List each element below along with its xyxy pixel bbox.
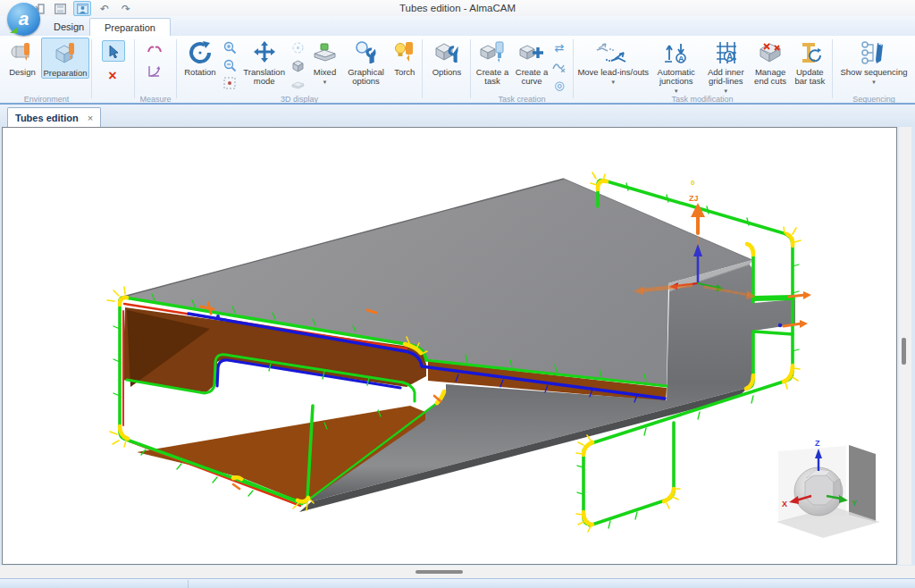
zero-marker-label: 0 <box>691 179 695 187</box>
ribbon-tab-row: Design Preparation <box>0 16 915 36</box>
mixed-display-icon <box>313 39 338 66</box>
translation-mode-button[interactable]: Translation mode <box>239 38 290 86</box>
preparation-environment-button[interactable]: Preparation <box>41 38 89 79</box>
sequencing-icon <box>860 39 888 66</box>
sequencing-dropdown-icon[interactable]: ▼ <box>871 78 877 87</box>
zj-marker-label: ZJ <box>689 194 699 203</box>
automatic-junctions-button[interactable]: A Automatic junctions▼ <box>651 38 701 96</box>
orbit-view-icon[interactable] <box>290 40 306 55</box>
create-task-button[interactable]: Create a task <box>473 38 512 86</box>
title-bar: Tubes edition - AlmaCAM <box>0 0 915 16</box>
quick-access-toolbar: ↶ ↷ <box>30 1 134 16</box>
curve-function-icon[interactable] <box>551 59 567 74</box>
document-tab-tubes-edition[interactable]: Tubes edition × <box>7 107 101 128</box>
automatic-junctions-icon: A <box>663 39 690 66</box>
group-label-sequencing: Sequencing <box>835 95 913 104</box>
options-button[interactable]: Options <box>425 38 468 77</box>
tube-solid <box>120 179 795 512</box>
move-lead-ins-outs-button[interactable]: Move lead-ins/outs ▼ <box>575 38 651 87</box>
group-task-modification: Move lead-ins/outs ▼ A Automatic junctio… <box>575 38 829 93</box>
end-cuts-icon <box>757 39 784 66</box>
graphical-options-button[interactable]: Graphical options <box>344 38 389 86</box>
grid-lines-icon: A <box>713 39 738 66</box>
group-task-creation: Create a task Create a curve ⇄ ◎ Task cr… <box>473 38 571 93</box>
undo-icon[interactable]: ↶ <box>97 2 113 15</box>
save-icon[interactable] <box>52 2 68 15</box>
group-sequencing: Show sequencing ▼ Sequencing <box>835 38 913 93</box>
add-inner-grid-lines-button[interactable]: A Add inner grid-lines▼ <box>701 38 751 96</box>
group-3d-display: Rotation Translation mode <box>178 38 421 93</box>
manage-end-cuts-button[interactable]: Manage end cuts <box>750 38 790 86</box>
zoom-fit-icon[interactable] <box>222 76 239 91</box>
group-selection: × <box>95 38 132 93</box>
group-measure: Measure <box>136 38 175 93</box>
ribbon: Design Preparation Environment × <box>0 36 915 105</box>
vertical-scrollbar[interactable] <box>899 127 911 565</box>
measure-angle-icon[interactable] <box>147 63 163 78</box>
z-axis-label: Z <box>815 439 820 448</box>
orientation-cube[interactable]: Z X Y <box>776 439 880 538</box>
move-lead-ins-icon <box>595 39 631 66</box>
group-label-environment: Environment <box>4 95 89 104</box>
svg-text:A: A <box>726 52 733 62</box>
zoom-in-icon[interactable] <box>222 40 239 55</box>
update-bar-icon <box>797 39 822 66</box>
torch-icon <box>393 39 416 66</box>
mixed-button[interactable]: Mixed ▼ <box>306 38 343 87</box>
3d-viewport[interactable]: ZJ 0 Z X Y <box>2 127 897 565</box>
group-options: Options <box>425 38 468 93</box>
rotation-icon <box>187 39 214 66</box>
preparation-environment-icon <box>52 40 79 67</box>
reverse-direction-icon[interactable]: ⇄ <box>551 40 567 55</box>
update-bar-task-button[interactable]: Update bar task <box>791 38 829 86</box>
almacam-logo[interactable]: a <box>7 3 40 36</box>
delete-icon[interactable]: × <box>102 67 123 85</box>
design-environment-button[interactable]: Design <box>4 38 41 77</box>
move-lead-ins-dropdown-icon[interactable]: ▼ <box>610 78 616 87</box>
create-curve-button[interactable]: Create a curve <box>512 38 551 86</box>
group-label-3d-display: 3D display <box>178 95 421 104</box>
zoom-out-icon[interactable] <box>222 58 239 73</box>
concentric-circles-icon[interactable]: ◎ <box>551 78 567 93</box>
tab-preparation[interactable]: Preparation <box>89 18 171 37</box>
document-tab-strip: Tubes edition × <box>0 105 915 127</box>
horizontal-scrollbar[interactable] <box>0 566 915 578</box>
user-card-icon[interactable] <box>73 1 91 16</box>
y-axis-label: Y <box>852 499 857 508</box>
rotation-button[interactable]: Rotation <box>178 38 222 77</box>
group-label-task-modification: Task modification <box>575 95 829 104</box>
tube-model-svg: ZJ 0 Z X Y <box>3 128 896 564</box>
x-axis-label: X <box>782 500 787 508</box>
create-curve-icon <box>518 39 545 66</box>
redo-icon[interactable]: ↷ <box>118 2 134 15</box>
show-sequencing-button[interactable]: Show sequencing ▼ <box>835 38 913 87</box>
mixed-dropdown-icon[interactable]: ▼ <box>323 78 328 87</box>
close-icon[interactable]: × <box>88 113 93 123</box>
graphical-options-icon <box>354 39 379 66</box>
measure-distance-icon[interactable] <box>147 40 163 55</box>
cube-view-icon[interactable] <box>290 58 306 73</box>
group-label-task-creation: Task creation <box>473 95 571 104</box>
flat-view-icon[interactable] <box>290 76 306 91</box>
group-environment: Design Preparation Environment <box>4 38 89 93</box>
pointer-icon[interactable] <box>102 40 125 62</box>
torch-button[interactable]: Torch <box>389 38 422 77</box>
horizontal-scrollbar-thumb[interactable] <box>416 570 463 574</box>
group-label-measure: Measure <box>136 95 175 104</box>
window-title: Tubes edition - AlmaCAM <box>399 3 516 13</box>
translation-icon <box>251 39 278 66</box>
document-tab-label: Tubes edition <box>15 113 79 123</box>
svg-text:A: A <box>678 55 684 63</box>
options-icon <box>433 39 460 66</box>
create-task-icon <box>479 39 506 66</box>
vertical-scrollbar-thumb[interactable] <box>902 338 906 365</box>
design-environment-icon <box>9 39 36 66</box>
status-bar <box>0 578 915 588</box>
